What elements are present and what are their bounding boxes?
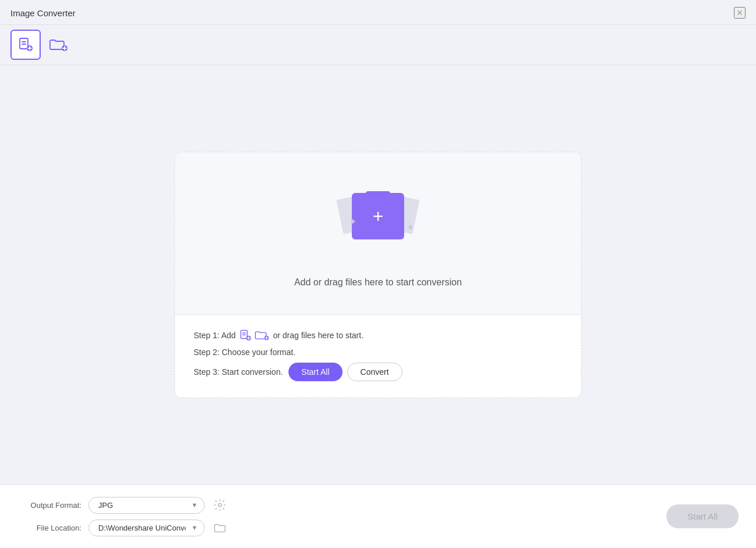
output-format-select-wrapper: JPG PNG BMP GIF TIFF WEBP ▼ [88, 497, 205, 514]
drop-zone[interactable]: + ✦ ✦ Add or drag files here to start co… [175, 152, 581, 315]
bottom-fields: Output Format: JPG PNG BMP GIF TIFF WEBP… [17, 497, 228, 536]
app-title: Image Converter [10, 8, 76, 18]
output-format-settings-icon[interactable] [212, 497, 228, 513]
step-add-folder-icon [254, 329, 269, 342]
add-file-button[interactable] [10, 30, 41, 60]
app-window: Image Converter × [0, 0, 756, 548]
bottom-bar: Output Format: JPG PNG BMP GIF TIFF WEBP… [0, 484, 756, 548]
add-file-icon [17, 37, 34, 53]
content-area: + ✦ ✦ Add or drag files here to start co… [0, 65, 756, 548]
step-add-file-icon [239, 329, 252, 342]
svg-rect-0 [20, 38, 28, 49]
step-1-row: Step 1: Add [194, 329, 562, 342]
file-location-label: File Location: [17, 524, 81, 532]
steps-section: Step 1: Add [175, 315, 581, 397]
file-location-row: File Location: D:\Wondershare UniConvert… [17, 520, 228, 536]
step-1-suffix: or drag files here to start. [273, 331, 363, 340]
close-button[interactable]: × [734, 7, 746, 19]
settings-gear-icon [213, 499, 226, 511]
step-2-text: Step 2: Choose your format. [194, 348, 295, 357]
step-1-prefix: Step 1: Add [194, 331, 236, 340]
output-format-row: Output Format: JPG PNG BMP GIF TIFF WEBP… [17, 497, 228, 514]
title-bar: Image Converter × [0, 0, 756, 25]
folder-plus-icon: + [373, 207, 384, 225]
folder-illustration: + ✦ ✦ [331, 184, 425, 260]
file-location-select[interactable]: D:\Wondershare UniConverter 15\Im [88, 520, 205, 536]
file-location-folder-icon[interactable] [212, 520, 228, 536]
step-1-icons [239, 329, 269, 342]
title-bar-left: Image Converter [10, 8, 76, 18]
step-3-prefix: Step 3: Start conversion. [194, 367, 283, 377]
svg-rect-9 [241, 330, 248, 338]
add-folder-icon [48, 37, 68, 53]
drop-instruction: Add or drag files here to start conversi… [294, 277, 462, 288]
folder-open-icon [213, 522, 226, 533]
sparkle-left: ✦ [349, 216, 356, 227]
folder-body: + [352, 193, 404, 239]
sparkle-right: ✦ [406, 222, 414, 233]
output-format-select[interactable]: JPG PNG BMP GIF TIFF WEBP [88, 497, 205, 514]
main-card: + ✦ ✦ Add or drag files here to start co… [174, 152, 582, 398]
step-3-row: Step 3: Start conversion. Start All Conv… [194, 363, 562, 381]
start-all-button[interactable]: Start All [288, 363, 342, 381]
output-format-label: Output Format: [17, 501, 81, 510]
add-folder-button[interactable] [43, 30, 73, 60]
convert-button[interactable]: Convert [347, 363, 402, 381]
toolbar [0, 25, 756, 65]
svg-point-18 [218, 503, 222, 507]
start-all-bottom-button[interactable]: Start All [666, 504, 739, 528]
step-2-row: Step 2: Choose your format. [194, 348, 562, 357]
file-location-select-wrapper: D:\Wondershare UniConverter 15\Im ▼ [88, 520, 205, 536]
